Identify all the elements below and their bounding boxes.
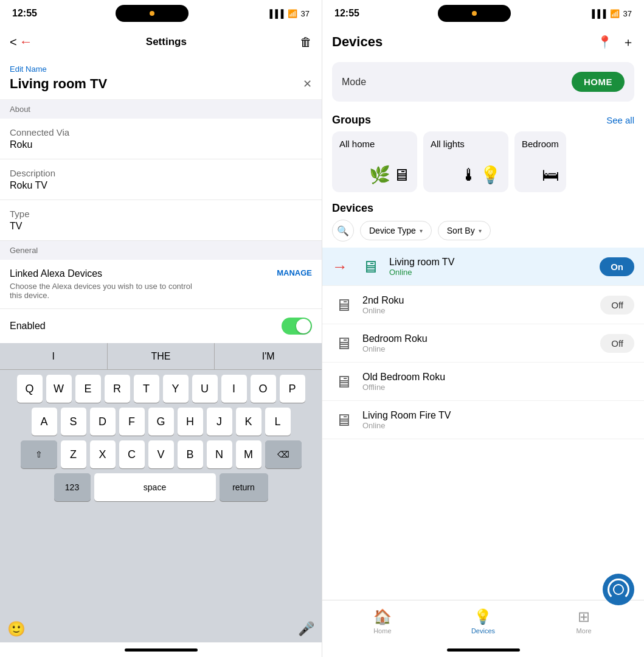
nav-item-devices[interactable]: 💡 Devices [459, 608, 507, 634]
key-c[interactable]: C [119, 440, 145, 468]
add-icon[interactable]: ＋ [622, 34, 634, 50]
nav-item-home[interactable]: 🏠 Home [358, 608, 407, 634]
right-wrapper: 12:55 ▐▐▐ 📶 37 Devices 📍 ＋ Mode HOME [322, 0, 644, 657]
emoji-icon[interactable]: 🙂 [7, 620, 26, 638]
description-value: Roku TV [10, 180, 312, 191]
tv-icon-1: 🖥 [335, 295, 352, 315]
off-button-2[interactable]: Off [600, 334, 634, 353]
tv-icon-0: 🖥 [362, 257, 379, 277]
on-button-0[interactable]: On [600, 257, 634, 276]
back-chevron-icon: < [10, 35, 17, 49]
key-h[interactable]: H [178, 408, 203, 436]
key-b[interactable]: B [178, 440, 203, 468]
sort-chevron-icon: ▾ [479, 228, 482, 234]
delete-icon[interactable]: 🗑 [300, 35, 312, 49]
key-shift[interactable]: ⇧ [21, 440, 57, 468]
device-row-fire-tv[interactable]: 🖥 Living Room Fire TV Online [322, 401, 644, 439]
key-return[interactable]: return [220, 473, 268, 501]
key-123[interactable]: 123 [54, 473, 91, 501]
sort-by-filter[interactable]: Sort By ▾ [438, 221, 491, 240]
device-name-0: Living room TV [389, 257, 592, 268]
autocomplete-the[interactable]: THE [108, 343, 215, 369]
autocomplete-im[interactable]: I'M [215, 343, 322, 369]
off-button-1[interactable]: Off [600, 296, 634, 315]
enabled-toggle[interactable] [282, 318, 312, 335]
type-label: Type [10, 209, 312, 219]
key-i[interactable]: I [221, 375, 247, 403]
device-row-living-room-tv[interactable]: → 🖥 Living room TV Online On [322, 248, 644, 286]
home-icon: 🏠 [373, 608, 392, 625]
edit-name-section: Edit Name ✕ [0, 57, 322, 100]
device-name-input[interactable] [10, 76, 303, 92]
autocomplete-i[interactable]: I [0, 343, 108, 369]
home-mode-button[interactable]: HOME [572, 72, 625, 92]
device-row-old-bedroom-roku[interactable]: 🖥 Old Bedroom Roku Offline [322, 363, 644, 401]
key-space[interactable]: space [94, 473, 216, 501]
device-icon-wrap-2: 🖥 [332, 332, 355, 355]
group-bedroom-title: Bedroom [522, 139, 559, 149]
device-status-4: Online [362, 421, 634, 430]
key-g[interactable]: G [148, 408, 174, 436]
close-icon[interactable]: ✕ [303, 77, 312, 91]
device-name-4: Living Room Fire TV [362, 410, 634, 421]
groups-title: Groups [332, 114, 371, 127]
key-r[interactable]: R [105, 375, 130, 403]
group-card-all-home[interactable]: All home 🌿 🖥 [332, 131, 417, 192]
fan-icon: 🌿 [369, 165, 390, 185]
alexa-button[interactable] [603, 574, 634, 605]
microphone-icon[interactable]: 🎤 [298, 621, 314, 637]
back-button[interactable]: < ← [10, 34, 33, 50]
device-row-bedroom-roku[interactable]: 🖥 Bedroom Roku Online Off [322, 324, 644, 363]
key-backspace[interactable]: ⌫ [265, 440, 302, 468]
key-w[interactable]: W [46, 375, 72, 403]
key-p[interactable]: P [280, 375, 305, 403]
device-row-2nd-roku[interactable]: 🖥 2nd Roku Online Off [322, 286, 644, 324]
search-button[interactable]: 🔍 [332, 220, 354, 242]
keyboard-area: I THE I'M Q W E R T Y U I O P A S D F [0, 343, 322, 642]
tv-small-icon: 🖥 [393, 165, 410, 185]
wifi-icon: 📶 [288, 9, 297, 18]
key-z[interactable]: Z [61, 440, 86, 468]
key-k[interactable]: K [236, 408, 261, 436]
device-status-1: Online [362, 306, 593, 315]
group-bedroom-icons: 🛏 [522, 165, 559, 185]
key-o[interactable]: O [251, 375, 276, 403]
key-l[interactable]: L [265, 408, 291, 436]
key-n[interactable]: N [207, 440, 232, 468]
device-type-filter[interactable]: Device Type ▾ [360, 221, 432, 240]
groups-scroll: All home 🌿 🖥 All lights 🌡 💡 Bedroom 🛏 [322, 131, 644, 200]
key-y[interactable]: Y [163, 375, 189, 403]
sort-by-label: Sort By [447, 226, 475, 235]
key-row-3: ⇧ Z X C V B N M ⌫ [2, 440, 319, 468]
devices-page-title: Devices [332, 34, 383, 50]
key-e[interactable]: E [75, 375, 101, 403]
key-t[interactable]: T [134, 375, 159, 403]
manage-button[interactable]: MANAGE [277, 268, 312, 277]
key-u[interactable]: U [192, 375, 218, 403]
alexa-ring [608, 579, 629, 600]
enabled-item: Enabled [0, 309, 322, 343]
nav-item-more[interactable]: ⊞ More [559, 608, 608, 634]
arrow-indicator: → [332, 257, 348, 276]
key-q[interactable]: Q [17, 375, 43, 403]
description-label: Description [10, 168, 312, 178]
key-x[interactable]: X [90, 440, 116, 468]
alexa-inner [613, 584, 624, 595]
see-all-button[interactable]: See all [606, 115, 634, 125]
key-m[interactable]: M [236, 440, 261, 468]
linked-alexa-item: Linked Alexa Devices Choose the Alexa de… [0, 260, 322, 309]
group-card-all-lights[interactable]: All lights 🌡 💡 [423, 131, 508, 192]
key-f[interactable]: F [119, 408, 145, 436]
key-d[interactable]: D [90, 408, 116, 436]
key-j[interactable]: J [207, 408, 232, 436]
nav-icons-right: 📍 ＋ [597, 34, 634, 50]
group-card-bedroom[interactable]: Bedroom 🛏 [514, 131, 566, 192]
connected-via-label: Connected Via [10, 127, 312, 137]
edit-name-label: Edit Name [10, 64, 312, 74]
key-v[interactable]: V [148, 440, 174, 468]
location-icon[interactable]: 📍 [597, 35, 612, 49]
key-s[interactable]: S [61, 408, 86, 436]
device-type-label: Device Type [369, 226, 416, 235]
key-a[interactable]: A [32, 408, 57, 436]
autocomplete-row: I THE I'M [0, 343, 322, 370]
